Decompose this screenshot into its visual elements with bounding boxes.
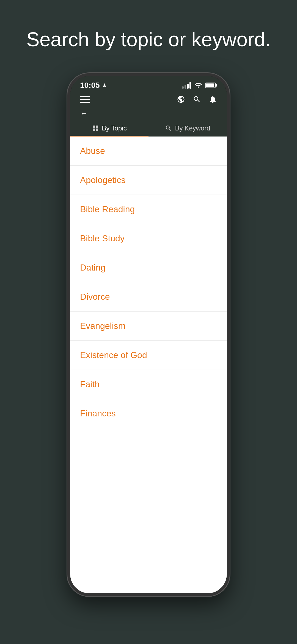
topic-name: Existence of God [80, 350, 147, 360]
signal-bars-icon [182, 82, 191, 89]
search-icon[interactable] [193, 95, 201, 103]
nav-right-icons [177, 95, 217, 103]
list-item[interactable]: Existence of God [70, 341, 227, 370]
hamburger-menu-button[interactable] [80, 96, 90, 103]
list-item[interactable]: Finances [70, 399, 227, 428]
list-item[interactable]: Faith [70, 370, 227, 399]
topic-name: Apologetics [80, 175, 125, 185]
status-icons [182, 81, 217, 89]
svg-rect-2 [216, 84, 217, 87]
list-item[interactable]: Apologetics [70, 166, 227, 195]
list-item[interactable]: Bible Reading [70, 195, 227, 224]
hamburger-line-3 [80, 102, 90, 103]
battery-icon [205, 82, 217, 88]
status-time: 10:05 [80, 81, 107, 90]
tab-by-keyword-label: By Keyword [175, 124, 210, 132]
clock: 10:05 [80, 81, 100, 90]
phone-frame: 10:05 [67, 73, 230, 596]
back-arrow-icon: ← [80, 109, 88, 118]
phone-screen: 10:05 [70, 76, 227, 593]
list-item[interactable]: Bible Study [70, 224, 227, 253]
topic-name: Abuse [80, 146, 105, 156]
home-indicator [129, 588, 168, 590]
list-item[interactable]: Divorce [70, 282, 227, 312]
status-bar: 10:05 [70, 76, 227, 92]
nav-bar [70, 92, 227, 107]
bell-icon[interactable] [209, 95, 217, 103]
topic-list-container: AbuseApologeticsBible ReadingBible Study… [70, 137, 227, 593]
location-icon [102, 83, 107, 88]
hero-headline: Search by topic or keyword. [10, 28, 287, 51]
topic-name: Finances [80, 408, 116, 418]
tab-by-topic-label: By Topic [102, 124, 127, 132]
hamburger-line-1 [80, 96, 90, 97]
back-button-area[interactable]: ← [70, 107, 227, 119]
topic-name: Bible Study [80, 233, 125, 243]
topic-name: Bible Reading [80, 204, 135, 214]
topic-list: AbuseApologeticsBible ReadingBible Study… [70, 137, 227, 428]
list-item[interactable]: Evangelism [70, 312, 227, 341]
keyword-search-icon [165, 125, 172, 132]
list-item[interactable]: Dating [70, 253, 227, 282]
svg-rect-1 [206, 84, 214, 88]
grid-icon [92, 125, 99, 132]
topic-name: Evangelism [80, 321, 125, 331]
globe-icon[interactable] [177, 95, 185, 103]
topic-name: Faith [80, 379, 100, 389]
hamburger-line-2 [80, 99, 90, 100]
list-item[interactable]: Abuse [70, 137, 227, 166]
wifi-icon [194, 81, 202, 89]
tab-by-topic[interactable]: By Topic [70, 119, 148, 137]
tabs-bar: By Topic By Keyword [70, 119, 227, 137]
topic-name: Divorce [80, 292, 110, 302]
topic-name: Dating [80, 263, 106, 272]
tab-by-keyword[interactable]: By Keyword [148, 119, 227, 137]
